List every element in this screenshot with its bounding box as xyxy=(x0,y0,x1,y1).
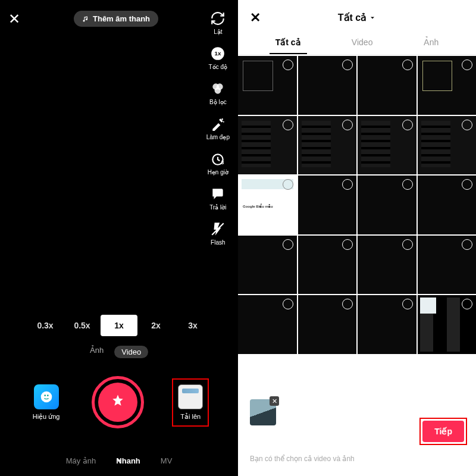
effects-icon xyxy=(34,384,59,409)
speed-0.5x[interactable]: 0.5x xyxy=(64,315,101,336)
gallery-grid xyxy=(238,55,476,354)
tool-reply[interactable]: Trả lời xyxy=(209,186,226,211)
speed-2x[interactable]: 2x xyxy=(137,315,174,336)
close-icon[interactable]: ✕ xyxy=(8,12,20,26)
chevron-down-icon xyxy=(369,14,376,21)
gallery-item[interactable] xyxy=(418,236,477,295)
svg-point-10 xyxy=(40,391,52,402)
tab-photo[interactable]: Ảnh xyxy=(418,33,445,54)
toggle-video[interactable]: Video xyxy=(114,346,148,358)
mode-indicator-dot xyxy=(118,459,120,462)
gallery-item[interactable] xyxy=(238,56,297,115)
mode-camera[interactable]: Máy ảnh xyxy=(66,456,96,465)
gallery-close-icon[interactable]: ✕ xyxy=(250,10,261,26)
svg-text:1x: 1x xyxy=(215,50,221,57)
tab-video[interactable]: Video xyxy=(346,33,379,54)
tab-all[interactable]: Tất cả xyxy=(270,33,307,54)
gallery-item[interactable] xyxy=(358,295,416,354)
gallery-item[interactable] xyxy=(298,56,357,115)
gallery-item[interactable] xyxy=(358,56,416,115)
tool-flash[interactable]: Flash xyxy=(210,221,226,246)
effects-button[interactable]: Hiệu ứng xyxy=(33,384,60,421)
tool-filters[interactable]: Bộ lọc xyxy=(209,81,227,105)
speed-1x[interactable]: 1x xyxy=(101,315,137,336)
record-button[interactable] xyxy=(92,376,144,428)
next-button[interactable]: Tiếp xyxy=(422,421,464,442)
tool-timer[interactable]: 3 Hẹn giờ xyxy=(208,151,228,176)
gallery-item[interactable] xyxy=(238,236,297,295)
gallery-item[interactable] xyxy=(418,56,477,115)
svg-point-11 xyxy=(44,394,46,396)
gallery-item[interactable] xyxy=(298,236,357,295)
gallery-item[interactable] xyxy=(298,116,357,175)
svg-point-4 xyxy=(215,87,221,94)
gallery-item[interactable] xyxy=(358,176,416,234)
gallery-item[interactable] xyxy=(418,295,477,354)
gallery-item[interactable] xyxy=(418,176,477,234)
tool-speed[interactable]: 1x Tốc độ xyxy=(209,46,227,70)
speed-3x[interactable]: 3x xyxy=(174,315,211,336)
svg-point-5 xyxy=(222,118,224,120)
toggle-photo[interactable]: Ảnh xyxy=(90,346,104,358)
gallery-item[interactable] xyxy=(298,295,357,354)
add-sound-label: Thêm âm thanh xyxy=(93,14,150,23)
gallery-album-dropdown[interactable]: Tất cả xyxy=(338,12,376,23)
svg-point-6 xyxy=(223,121,224,123)
gallery-item[interactable] xyxy=(418,116,477,175)
svg-point-12 xyxy=(47,394,49,396)
selection-hint: Bạn có thể chọn cả video và ảnh xyxy=(250,455,415,463)
gallery-item[interactable] xyxy=(238,116,297,175)
tool-flip[interactable]: Lật xyxy=(210,11,226,35)
speed-0.3x[interactable]: 0.3x xyxy=(27,315,64,336)
mode-mv[interactable]: MV xyxy=(161,456,173,465)
tool-beauty[interactable]: Làm đẹp xyxy=(206,116,230,140)
gallery-item[interactable] xyxy=(298,176,357,234)
upload-icon xyxy=(178,384,203,409)
gallery-item[interactable] xyxy=(238,176,297,234)
gallery-item[interactable] xyxy=(358,236,416,295)
add-sound-button[interactable]: Thêm âm thanh xyxy=(74,11,158,27)
remove-selection-icon[interactable]: ✕ xyxy=(270,396,279,406)
svg-text:3: 3 xyxy=(221,159,224,165)
selected-thumb[interactable]: ✕ xyxy=(250,399,276,425)
gallery-item[interactable] xyxy=(238,295,297,354)
upload-button[interactable]: Tải lên xyxy=(176,382,205,423)
gallery-item[interactable] xyxy=(358,116,416,175)
